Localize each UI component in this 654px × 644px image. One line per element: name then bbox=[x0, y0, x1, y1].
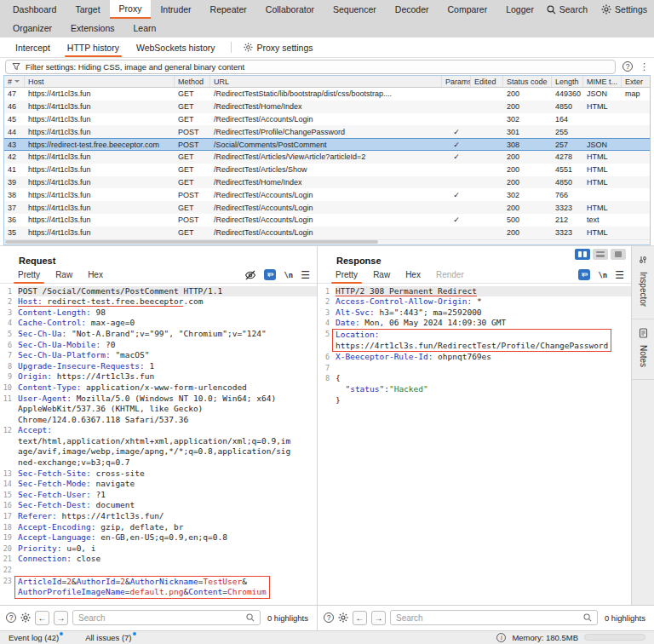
request-tab-raw[interactable]: Raw bbox=[48, 267, 80, 283]
all-issues-button[interactable]: All issues (7) bbox=[85, 633, 135, 642]
column-header-exter[interactable]: Exter bbox=[622, 76, 646, 87]
inspector-tab[interactable]: Inspector bbox=[632, 246, 654, 319]
layout-single-button[interactable] bbox=[611, 249, 626, 260]
cell-url: /RedirectTest/Accounts/Login bbox=[210, 191, 442, 199]
response-editor[interactable]: 1HTTP/2 308 Permanent Redirect2Access-Co… bbox=[318, 284, 631, 612]
help-icon[interactable]: ? bbox=[324, 612, 334, 623]
next-match-button[interactable]: → bbox=[54, 611, 68, 625]
subtab-divider bbox=[231, 42, 232, 53]
column-header-length[interactable]: Length bbox=[552, 76, 583, 87]
previous-match-button[interactable]: ← bbox=[353, 611, 367, 625]
help-icon[interactable]: ? bbox=[6, 612, 16, 623]
notes-tab[interactable]: Notes bbox=[632, 319, 654, 380]
more-options-icon[interactable]: ⋮ bbox=[640, 62, 649, 71]
table-row[interactable]: 44https://4rt1cl3s.funPOST/RedirectTest/… bbox=[4, 125, 650, 138]
request-line: 9Origin: https://4rt1cl3s.fun bbox=[0, 371, 317, 382]
column-header-method[interactable]: Method bbox=[175, 76, 210, 87]
show-newlines-icon[interactable]: \n bbox=[598, 271, 607, 279]
layout-rows-button[interactable] bbox=[593, 249, 608, 260]
cell-length: 3323 bbox=[552, 228, 583, 237]
table-row[interactable]: 45https://4rt1cl3s.funGET/RedirectTest/A… bbox=[4, 113, 650, 126]
top-tab-dashboard[interactable]: Dashboard bbox=[3, 0, 66, 19]
top-tab-organizer[interactable]: Organizer bbox=[3, 19, 61, 37]
top-tab-sequencer[interactable]: Sequencer bbox=[324, 0, 386, 19]
table-row[interactable]: 42https://4rt1cl3s.funGET/RedirectTest/A… bbox=[4, 151, 650, 164]
top-tab-intruder[interactable]: Intruder bbox=[151, 0, 200, 19]
editor-menu-icon[interactable]: ☰ bbox=[301, 271, 310, 279]
request-editor-icons: \n ☰ bbox=[244, 267, 310, 283]
response-tab-render[interactable]: Render bbox=[428, 267, 472, 283]
layout-columns-button[interactable] bbox=[575, 249, 590, 260]
top-tab-extensions[interactable]: Extensions bbox=[61, 19, 123, 37]
top-tab-target[interactable]: Target bbox=[66, 0, 109, 19]
filter-settings-button[interactable]: Filter settings: Hiding CSS, image and g… bbox=[5, 60, 616, 74]
editor-menu-icon[interactable]: ☰ bbox=[615, 271, 624, 279]
table-row[interactable]: 37https://4rt1cl3s.funGET/RedirectTest/A… bbox=[4, 201, 650, 214]
top-tab-repeater[interactable]: Repeater bbox=[201, 0, 256, 19]
column-header-[interactable]: # bbox=[4, 76, 25, 87]
cell-url: /RedirectTest/Home/Index bbox=[210, 178, 442, 187]
column-header-params[interactable]: Params bbox=[442, 76, 471, 87]
info-icon[interactable]: i bbox=[496, 633, 506, 642]
gear-icon[interactable] bbox=[338, 612, 348, 623]
column-header-statuscode[interactable]: Status code bbox=[503, 76, 552, 87]
subtab-intercept[interactable]: Intercept bbox=[7, 37, 59, 57]
search-menu-item[interactable]: Search bbox=[547, 4, 588, 14]
table-row[interactable]: 46https://4rt1cl3s.funGET/RedirectTest/H… bbox=[4, 101, 650, 113]
line-number bbox=[318, 395, 336, 406]
subtab-websockets-history[interactable]: WebSockets history bbox=[128, 37, 224, 57]
gear-icon[interactable] bbox=[20, 612, 31, 623]
table-row[interactable]: 38https://4rt1cl3s.funPOST/RedirectTest/… bbox=[4, 188, 650, 201]
settings-menu-item[interactable]: Settings bbox=[601, 4, 647, 14]
search-input[interactable]: Search bbox=[72, 610, 261, 625]
top-tab-decoder[interactable]: Decoder bbox=[386, 0, 439, 19]
response-tab-raw[interactable]: Raw bbox=[365, 267, 398, 283]
column-header-mimet[interactable]: MIME t... bbox=[583, 76, 622, 87]
top-tab-logger[interactable]: Logger bbox=[496, 0, 543, 19]
line-number: 21 bbox=[0, 554, 18, 565]
help-icon[interactable]: ? bbox=[622, 61, 633, 72]
table-row[interactable]: 47https://4rt1cl3s.funGET/RedirectTestSt… bbox=[4, 88, 650, 101]
request-line-text: Accept: text/html,application/xhtml+xml,… bbox=[18, 425, 317, 468]
table-row[interactable]: 35https://4rt1cl3s.funGET/RedirectTest/A… bbox=[4, 227, 650, 239]
scrollbar-thumb[interactable] bbox=[5, 240, 378, 244]
hide-eye-icon[interactable] bbox=[244, 270, 256, 280]
column-header-edited[interactable]: Edited bbox=[471, 76, 503, 87]
response-tab-hex[interactable]: Hex bbox=[398, 267, 428, 283]
event-log-button[interactable]: Event log (42) bbox=[9, 633, 63, 642]
horizontal-scrollbar[interactable] bbox=[4, 239, 650, 244]
response-line-text: Alt-Svc: h3=":443"; ma=2592000 bbox=[336, 308, 631, 319]
table-row[interactable]: 39https://4rt1cl3s.funGET/RedirectTest/H… bbox=[4, 176, 650, 189]
next-match-button[interactable]: → bbox=[371, 611, 386, 625]
request-line-text: Connection: close bbox=[18, 554, 317, 565]
previous-match-button[interactable]: ← bbox=[35, 611, 49, 625]
table-row[interactable]: 41https://4rt1cl3s.funGET/RedirectTest/A… bbox=[4, 164, 650, 176]
soft-wrap-icon[interactable] bbox=[578, 269, 590, 280]
subtab-http-history[interactable]: HTTP history bbox=[59, 37, 128, 57]
request-tab-pretty[interactable]: Pretty bbox=[10, 267, 48, 283]
search-input[interactable]: Search bbox=[390, 610, 598, 625]
top-tab-proxy[interactable]: Proxy bbox=[110, 0, 152, 19]
table-row[interactable]: 36https://4rt1cl3s.funPOST/RedirectTest/… bbox=[4, 214, 650, 227]
response-tab-pretty[interactable]: Pretty bbox=[328, 267, 365, 283]
column-header-host[interactable]: Host bbox=[25, 76, 175, 87]
cell-params: ✓ bbox=[442, 152, 471, 161]
response-line: } bbox=[318, 395, 631, 406]
request-tab-hex[interactable]: Hex bbox=[80, 267, 111, 283]
table-header: #HostMethodURLParamsEditedStatus codeLen… bbox=[4, 76, 650, 88]
top-tab-comparer[interactable]: Comparer bbox=[439, 0, 497, 19]
show-newlines-icon[interactable]: \n bbox=[284, 271, 293, 279]
cell-length: 4551 bbox=[552, 165, 583, 174]
request-tabs: PrettyRawHex bbox=[10, 267, 111, 283]
proxy-settings-button[interactable]: Proxy settings bbox=[238, 37, 318, 57]
inspector-icon bbox=[638, 255, 648, 265]
cell-url: /Social/Comments/PostComment bbox=[210, 141, 442, 149]
top-tab-collaborator[interactable]: Collaborator bbox=[256, 0, 324, 19]
table-row[interactable]: 43https://redirect-test.free.beeceptor.c… bbox=[4, 138, 650, 151]
soft-wrap-icon[interactable] bbox=[264, 269, 276, 280]
cell-url: /RedirectTest/Articles/ViewArticle?artic… bbox=[210, 152, 442, 161]
column-header-url[interactable]: URL bbox=[210, 76, 442, 87]
top-tab-learn[interactable]: Learn bbox=[123, 19, 165, 37]
request-editor[interactable]: 1POST /Social/Comments/PostComment HTTP/… bbox=[0, 284, 317, 612]
cell-length: 766 bbox=[552, 191, 583, 199]
